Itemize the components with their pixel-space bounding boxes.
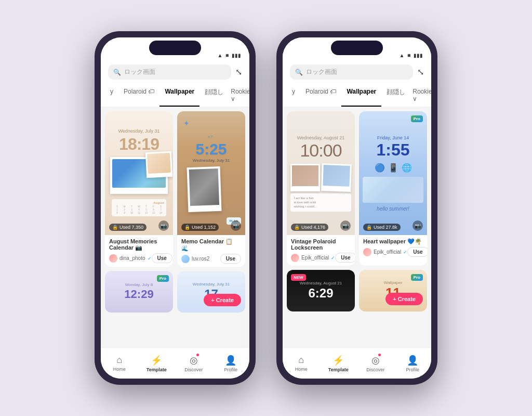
phone-2-inner: ▲ ◾ ▮▮▮ 🔍 ロック画面 ⤡ y Polaroid 🏷 Wallpaper… <box>283 37 431 379</box>
vintage-pol-1 <box>290 164 320 191</box>
card-memo-img: KT· 5:25 Wednesday, July 31 PLAN <box>177 111 245 235</box>
memo-use-button[interactable]: Use <box>220 254 241 264</box>
card-purple-img: Pro Monday, July 8 12:29 <box>105 271 173 313</box>
phone-2-notch <box>331 41 383 55</box>
vintage-quote: I act like a fishin love with a bitwishi… <box>290 193 352 212</box>
nav-profile-label-p2: Profile <box>406 367 419 372</box>
nav-home-p2[interactable]: ⌂ Home <box>283 348 320 379</box>
tab-y-p1[interactable]: y <box>105 84 118 107</box>
discover-dot-p2 <box>378 354 381 356</box>
heart-title: Heart wallpaper 💙🌴 <box>363 238 423 245</box>
nav-template-p2[interactable]: ⚡ Template <box>320 348 357 379</box>
search-icon: 🔍 <box>113 69 121 76</box>
vintage-verified-icon: ✓ <box>331 255 335 261</box>
card-create-img-p2: Pro Wallpaper 11 <box>359 270 427 311</box>
nav-template-p1[interactable]: ⚡ Template <box>138 348 176 379</box>
discover-icon-wrap-p2: ◎ <box>371 355 380 366</box>
phone-1: ▲ ◾ ▮▮▮ 🔍 ロック画面 ⤡ y Polaroid 🏷 Wallpaper… <box>95 31 256 385</box>
memo-used-badge: 🔒 Used 1,152 <box>181 224 219 231</box>
heart-use-button[interactable]: Use <box>407 247 427 257</box>
heart-used-count: Used 27.8k <box>374 225 397 230</box>
nav-profile-p1[interactable]: 👤 Profile <box>212 348 250 379</box>
card-vintage-polaroid[interactable]: Wednesday, August 21 10:00 <box>287 111 355 266</box>
august-used-count: Used 7,350 <box>119 225 143 230</box>
card-create-p2[interactable]: Pro Wallpaper 11 + Create <box>359 270 427 311</box>
vintage-author: Epik_official ✓ <box>291 254 335 262</box>
august-meta: dina_photo ✓ Use <box>109 253 169 263</box>
new-badge: NEW <box>291 274 306 281</box>
tab-rookie-p2[interactable]: Rookie ∨ <box>410 84 431 107</box>
phone-1-search-placeholder: ロック画面 <box>124 68 155 76</box>
purple-pro-badge: Pro <box>157 275 169 282</box>
lock-icon: 🔒 <box>112 225 118 230</box>
expand-icon-p2[interactable]: ⤡ <box>417 67 424 77</box>
polaroid-stack <box>110 157 168 194</box>
profile-icon-p1: 👤 <box>225 355 236 366</box>
vintage-used-badge: 🔒 Used 4,176 <box>291 224 328 231</box>
august-cam-icon: 📷 <box>158 220 169 231</box>
nav-template-label-p2: Template <box>328 367 349 372</box>
memo-title: Memo Calendar 📋 🌊 <box>181 238 241 252</box>
nav-home-p1[interactable]: ⌂ Home <box>101 348 138 379</box>
nav-profile-p2[interactable]: 👤 Profile <box>394 348 432 379</box>
memo-used-count: Used 1,152 <box>192 225 216 230</box>
create-button-p1[interactable]: + Create <box>204 294 241 306</box>
heart-footer: Heart wallpaper 💙🌴 Epik_official ✓ Use <box>359 235 427 260</box>
memo-photo <box>189 168 219 206</box>
memo-avatar <box>181 255 190 263</box>
heart-pro-badge: Pro <box>411 115 423 122</box>
august-title: August Memories Calendar 📷 <box>109 238 169 251</box>
tab-face-p2[interactable]: 顔隠し <box>381 84 410 107</box>
nav-profile-label-p1: Profile <box>224 367 237 372</box>
nav-discover-p1[interactable]: ◎ Discover <box>175 348 212 379</box>
create-button-p2[interactable]: + Create <box>385 293 423 305</box>
vintage-use-button[interactable]: Use <box>335 253 355 263</box>
nav-home-label-p1: Home <box>113 367 126 372</box>
tab-face-p1[interactable]: 顔隠し <box>200 84 229 107</box>
tab-polaroid-p1[interactable]: Polaroid 🏷 <box>118 84 159 107</box>
home-icon-p2: ⌂ <box>298 355 304 366</box>
heart-photo-cluster <box>363 177 424 203</box>
tab-rookie-p1[interactable]: Rookie ∨ <box>229 84 249 107</box>
card-create-img-p1: Wednesday, July 31 17 <box>177 271 245 313</box>
polaroid-photo-2 <box>145 151 172 178</box>
card-create-p1[interactable]: Wednesday, July 31 17 + Create <box>177 271 245 313</box>
heart-time: 1:55 <box>376 140 409 160</box>
card-memo-calendar[interactable]: KT· 5:25 Wednesday, July 31 PLAN <box>177 111 245 267</box>
carnival-label: Wallpaper <box>384 280 403 285</box>
vintage-photos: I act like a fishin love with a bitwishi… <box>290 164 352 212</box>
card-vintage-img: Wednesday, August 21 10:00 <box>287 111 355 235</box>
card-dark-new[interactable]: NEW Wednesday, August 21 6:29 <box>287 270 355 311</box>
august-author: dina_photo ✓ <box>109 254 152 263</box>
tab-wallpaper-p1[interactable]: Wallpaper <box>159 84 200 107</box>
phone-1-search-area[interactable]: 🔍 ロック画面 <box>108 64 231 80</box>
vintage-time: 10:00 <box>300 140 341 161</box>
nav-discover-p2[interactable]: ◎ Discover <box>357 348 394 379</box>
memo-user: KT· <box>208 135 214 139</box>
phone-1-inner: ▲ ◾ ▮▮▮ 🔍 ロック画面 ⤡ y Polaroid 🏷 Wallpaper… <box>101 37 249 379</box>
nav-template-label-p1: Template <box>147 367 167 372</box>
card-heart-wallpaper[interactable]: Pro Friday, June 14 1:55 🔵 📱 🌐 hello sum… <box>359 111 427 266</box>
phone-2-search-area[interactable]: 🔍 ロック画面 <box>290 64 413 80</box>
memo-author: luv.ros2 <box>181 255 209 263</box>
vintage-photo-row <box>290 164 352 191</box>
card-heart-img: Pro Friday, June 14 1:55 🔵 📱 🌐 hello sum… <box>359 111 427 235</box>
phone-2-search-placeholder: ロック画面 <box>306 68 337 76</box>
memo-date: Wednesday, July 31 <box>193 158 230 163</box>
vintage-author-name: Epik_official <box>301 255 329 261</box>
nav-discover-label-p1: Discover <box>184 367 203 372</box>
expand-icon[interactable]: ⤡ <box>235 67 242 77</box>
nav-discover-label-p2: Discover <box>366 367 384 372</box>
vintage-footer: Vintage Polaroid Lockscreen Epik_officia… <box>287 235 355 266</box>
card-purple-pro[interactable]: Pro Monday, July 8 12:29 <box>105 271 173 313</box>
heart-author-name: Epik_official <box>374 249 401 255</box>
nav-home-label-p2: Home <box>295 367 308 372</box>
phone-1-tabs: y Polaroid 🏷 Wallpaper 顔隠し Rookie ∨ <box>101 84 249 107</box>
tab-polaroid-p2[interactable]: Polaroid 🏷 <box>300 84 341 107</box>
august-use-button[interactable]: Use <box>152 253 172 263</box>
tab-wallpaper-p2[interactable]: Wallpaper <box>341 84 381 107</box>
card-august-memories[interactable]: Wednesday, July 31 18:19 August <box>105 111 173 267</box>
tab-y-p2[interactable]: y <box>287 84 300 107</box>
card-august-date: Wednesday, July 31 <box>118 128 159 134</box>
memo-polaroid-wrap <box>188 167 235 212</box>
